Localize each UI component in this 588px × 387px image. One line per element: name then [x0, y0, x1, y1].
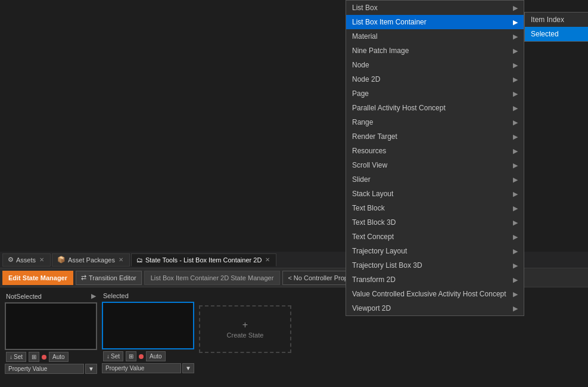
state-tools-icon: 🗂 [136, 256, 143, 264]
not-selected-property-row: Property Value ▼ [5, 364, 97, 374]
menu-item-text-block-3d[interactable]: Text Block 3D ▶ [346, 215, 524, 230]
set-down-icon: ↓ [10, 354, 13, 360]
menu-item-text-block[interactable]: Text Block ▶ [346, 201, 524, 215]
menu-chevron-slider: ▶ [513, 176, 518, 184]
menu-chevron-trajectory-list-box-3d: ▶ [513, 262, 518, 270]
menu-item-stack-layout-label: Stack Layout [352, 190, 393, 198]
menu-item-list-box-item-container[interactable]: List Box Item Container ▶ [346, 15, 524, 29]
menu-chevron-text-block: ▶ [513, 205, 518, 212]
menu-item-list-box[interactable]: List Box ▶ [346, 1, 524, 15]
menu-item-material-label: Material [352, 32, 378, 41]
menu-item-page-label: Page [352, 89, 369, 98]
menu-item-parallel[interactable]: Parallel Activity Host Concept ▶ [346, 101, 524, 115]
not-selected-property-value-button[interactable]: Property Value [5, 364, 84, 374]
selected-auto-button[interactable]: Auto [146, 351, 166, 361]
menu-chevron-resources: ▶ [513, 147, 518, 155]
selected-actions: ↓ Set ⊞ Auto [102, 351, 194, 361]
submenu-item-index[interactable]: Item Index [525, 13, 588, 27]
not-selected-header: NotSelected ▶ [5, 292, 97, 300]
asset-packages-icon: 📦 [57, 256, 66, 264]
menu-chevron-text-block-3d: ▶ [513, 219, 518, 227]
menu-chevron-node: ▶ [513, 61, 518, 69]
not-selected-record-dot [42, 355, 46, 360]
tab-assets-label: Assets [16, 256, 36, 264]
menu-item-nine-patch[interactable]: Nine Patch Image ▶ [346, 44, 524, 58]
not-selected-preview[interactable] [5, 302, 97, 350]
selected-property-chevron[interactable]: ▼ [182, 363, 194, 373]
menu-item-list-box-label: List Box [352, 4, 378, 12]
menu-item-trajectory-layout-label: Trajectory Layout [352, 247, 407, 255]
menu-item-render-target[interactable]: Render Target ▶ [346, 129, 524, 144]
tab-state-tools-label: State Tools - List Box Item Container 2D [145, 256, 262, 264]
menu-item-scroll-view-label: Scroll View [352, 161, 387, 169]
create-state-box[interactable]: + Create State [199, 305, 291, 353]
not-selected-actions: ↓ Set ⊞ Auto [5, 352, 97, 362]
menu-item-range-label: Range [352, 118, 373, 126]
menu-item-range[interactable]: Range ▶ [346, 115, 524, 129]
menu-item-resources[interactable]: Resources ▶ [346, 144, 524, 158]
not-selected-property-chevron[interactable]: ▼ [85, 364, 97, 374]
menu-item-parallel-label: Parallel Activity Host Concept [352, 104, 446, 112]
selected-title: Selected [103, 292, 129, 299]
menu-item-trajectory-list-box-3d-label: Trajectory List Box 3D [352, 261, 422, 270]
menu-item-material[interactable]: Material ▶ [346, 29, 524, 44]
tab-assets-close[interactable]: ✕ [38, 256, 45, 263]
menu-chevron-list-box-item-container: ▶ [513, 18, 518, 26]
selected-header: Selected [102, 292, 194, 299]
menu-chevron-range: ▶ [513, 119, 518, 126]
menu-item-page[interactable]: Page ▶ [346, 86, 524, 101]
transition-editor-icon: ⇄ [81, 274, 86, 281]
transition-editor-label: Transition Editor [89, 274, 136, 281]
menu-chevron-material: ▶ [513, 33, 518, 41]
menu-item-node-2d-label: Node 2D [352, 75, 380, 83]
menu-item-value-controlled-label: Value Controlled Exclusive Activity Host… [352, 290, 506, 298]
edit-state-manager-button[interactable]: Edit State Manager [2, 271, 73, 285]
not-selected-icon-button[interactable]: ⊞ [29, 352, 39, 362]
menu-item-scroll-view[interactable]: Scroll View ▶ [346, 158, 524, 172]
menu-item-slider[interactable]: Slider ▶ [346, 172, 524, 187]
menu-item-text-concept[interactable]: Text Concept ▶ [346, 230, 524, 244]
menu-chevron-nine-patch: ▶ [513, 47, 518, 55]
menu-chevron-scroll-view: ▶ [513, 162, 518, 169]
menu-item-text-concept-label: Text Concept [352, 233, 394, 241]
tab-assets[interactable]: ⚙ Assets ✕ [2, 253, 51, 267]
menu-item-trajectory-list-box-3d[interactable]: Trajectory List Box 3D ▶ [346, 258, 524, 273]
menu-item-viewport-2d-label: Viewport 2D [352, 304, 391, 312]
menu-item-render-target-label: Render Target [352, 132, 397, 141]
submenu: Item Index Selected [524, 12, 588, 42]
menu-item-list-box-item-container-label: List Box Item Container [352, 18, 427, 26]
assets-icon: ⚙ [8, 256, 14, 264]
menu-item-value-controlled[interactable]: Value Controlled Exclusive Activity Host… [346, 287, 524, 301]
not-selected-auto-button[interactable]: Auto [49, 352, 69, 362]
tab-asset-packages-close[interactable]: ✕ [117, 256, 125, 263]
menu-item-node-2d[interactable]: Node 2D ▶ [346, 72, 524, 86]
selected-set-button[interactable]: ↓ Set [103, 351, 123, 361]
menu-chevron-transform-2d: ▶ [513, 276, 518, 284]
menu-chevron-viewport-2d: ▶ [513, 305, 518, 312]
menu-chevron-node-2d: ▶ [513, 76, 518, 83]
menu-item-viewport-2d[interactable]: Viewport 2D ▶ [346, 301, 524, 315]
tab-state-tools[interactable]: 🗂 State Tools - List Box Item Container … [131, 253, 276, 267]
menu-chevron-list-box: ▶ [513, 4, 518, 12]
menu-chevron-text-concept: ▶ [513, 233, 518, 241]
selected-set-label: Set [111, 353, 120, 360]
not-selected-play-button[interactable]: ▶ [91, 292, 96, 300]
menu-item-trajectory-layout[interactable]: Trajectory Layout ▶ [346, 244, 524, 258]
state-manager-name: List Box Item Container 2D State Manager [144, 271, 281, 285]
menu-item-stack-layout[interactable]: Stack Layout ▶ [346, 187, 524, 201]
transition-editor-button[interactable]: ⇄ Transition Editor [76, 271, 142, 285]
tab-state-tools-close[interactable]: ✕ [264, 256, 271, 263]
tab-asset-packages[interactable]: 📦 Asset Packages ✕ [52, 253, 130, 267]
selected-record-dot [139, 354, 144, 359]
not-selected-title: NotSelected [6, 293, 42, 300]
menu-chevron-parallel: ▶ [513, 104, 518, 112]
selected-property-row: Property Value ▼ [102, 363, 194, 373]
not-selected-set-button[interactable]: ↓ Set [6, 352, 26, 362]
selected-icon-button[interactable]: ⊞ [126, 351, 136, 361]
tab-asset-packages-label: Asset Packages [68, 256, 115, 264]
menu-item-transform-2d[interactable]: Transform 2D ▶ [346, 273, 524, 287]
menu-item-node[interactable]: Node ▶ [346, 58, 524, 72]
selected-property-value-button[interactable]: Property Value [102, 363, 181, 373]
selected-preview[interactable] [102, 302, 194, 349]
submenu-item-selected[interactable]: Selected [525, 27, 588, 41]
